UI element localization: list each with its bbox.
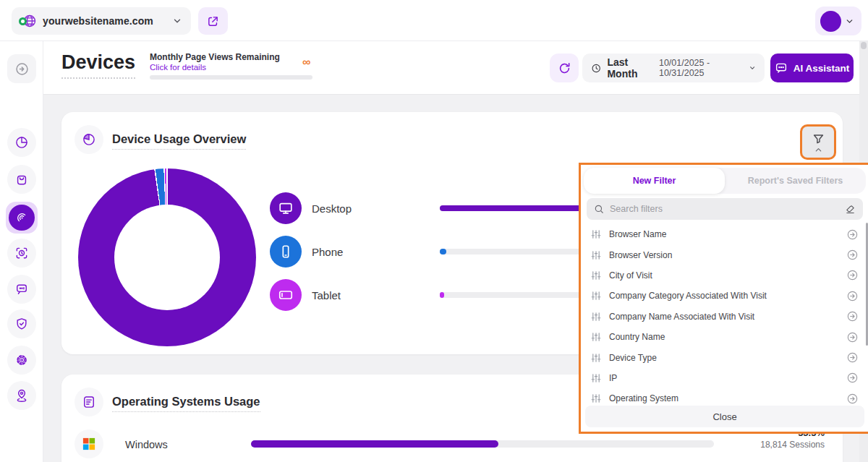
sidebar-collapse-button[interactable] — [7, 54, 36, 83]
date-range-picker[interactable]: Last Month 10/01/2025 - 10/31/2025 — [582, 54, 765, 82]
device-donut-chart[interactable] — [78, 168, 256, 346]
gear-icon — [14, 353, 29, 367]
refresh-icon — [558, 61, 571, 75]
legend-item-phone: Phone — [270, 236, 343, 268]
arrow-right-circle-icon[interactable] — [846, 372, 859, 384]
filter-panel: New Filter Report's Saved Filters Browse… — [579, 163, 868, 434]
ai-chat-icon — [775, 61, 788, 74]
refresh-button[interactable] — [550, 54, 579, 82]
open-website-button[interactable] — [198, 7, 228, 35]
arrow-right-circle-icon[interactable] — [846, 310, 859, 322]
windows-logo-icon — [82, 437, 95, 450]
sidebar-item-location[interactable] — [7, 381, 36, 410]
sliders-icon — [591, 332, 601, 342]
phone-icon — [270, 236, 302, 268]
chevron-up-icon — [814, 147, 822, 153]
arrow-right-circle-icon[interactable] — [846, 228, 859, 241]
search-input[interactable] — [610, 204, 839, 214]
filter-list-item[interactable]: Browser Name — [582, 224, 867, 244]
filter-list-item[interactable]: Company Name Associated With Visit — [582, 307, 867, 327]
quota-label: Monthly Page Views Remaining — [150, 52, 280, 62]
topbar: yourwebsitename.com — [0, 0, 868, 41]
sliders-icon — [591, 229, 601, 239]
card-icon-circle — [75, 388, 103, 416]
sliders-icon — [591, 393, 601, 403]
tab-saved-filters[interactable]: Report's Saved Filters — [725, 168, 866, 194]
card-title: Device Usage Overview — [112, 132, 246, 150]
filter-label: IP — [609, 373, 838, 383]
sidebar-item-settings[interactable] — [7, 346, 36, 375]
legend-label: Desktop — [312, 202, 352, 215]
quota-progress-bar — [150, 75, 312, 80]
card-title: Operating Systems Usage — [112, 395, 260, 412]
period-label: Last Month — [607, 56, 652, 80]
arrow-right-circle-icon[interactable] — [846, 290, 859, 302]
card-icon-circle — [75, 125, 103, 154]
filter-list-item[interactable]: City of Visit — [582, 265, 867, 286]
sliders-icon — [591, 353, 601, 363]
sidebar-item-ecommerce[interactable] — [7, 165, 36, 194]
filter-tabbar: New Filter Report's Saved Filters — [584, 168, 866, 194]
arrow-right-circle-icon[interactable] — [846, 393, 859, 405]
globe-icon — [20, 14, 36, 28]
quota-details-link[interactable]: Click for details — [150, 63, 206, 72]
tab-new-filter[interactable]: New Filter — [584, 168, 725, 194]
pie-chart-icon — [14, 135, 29, 150]
desktop-icon — [270, 192, 302, 224]
avatar — [820, 11, 841, 32]
filter-list-item[interactable]: Company Category Associated With Visit — [582, 286, 867, 306]
chevron-down-icon — [749, 64, 756, 72]
sliders-icon — [591, 373, 601, 383]
page-header: Devices Monthly Page Views Remaining Cli… — [43, 41, 859, 95]
filter-label: Device Type — [609, 353, 838, 363]
filter-list-item[interactable]: Browser Version — [582, 244, 867, 265]
filter-label: Country Name — [609, 332, 838, 342]
filter-list: Browser Name Browser Version City of Vis… — [582, 224, 867, 409]
account-menu[interactable] — [815, 7, 861, 35]
chat-bubble-icon — [14, 282, 29, 296]
arrow-right-circle-icon[interactable] — [846, 331, 859, 343]
clock-icon — [591, 62, 601, 74]
website-selector[interactable]: yourwebsitename.com — [12, 7, 191, 35]
sidebar-item-feedback[interactable] — [7, 275, 36, 304]
tablet-usage-fill — [440, 292, 444, 298]
status-dot-icon — [19, 17, 27, 25]
eraser-icon[interactable] — [845, 204, 856, 215]
filter-list-item[interactable]: Device Type — [582, 347, 867, 367]
arrow-right-circle-icon[interactable] — [846, 269, 859, 281]
sidebar-item-session-replay[interactable] — [7, 239, 36, 268]
legend-label: Phone — [312, 246, 343, 258]
document-list-icon — [82, 395, 96, 409]
sidebar-item-analytics-active[interactable] — [6, 202, 38, 234]
filter-list-item[interactable]: Country Name — [582, 327, 867, 347]
chevron-down-icon — [845, 17, 854, 26]
ai-assistant-button[interactable]: AI Assistant — [770, 54, 854, 82]
arrow-right-circle-icon[interactable] — [846, 351, 859, 364]
ai-assistant-label: AI Assistant — [793, 63, 850, 74]
filter-close-button[interactable]: Close — [585, 406, 864, 427]
website-name: yourwebsitename.com — [43, 15, 166, 27]
radar-icon — [9, 205, 35, 231]
external-link-icon — [207, 15, 219, 27]
filter-search — [587, 198, 863, 220]
donut-chart-icon — [82, 132, 96, 147]
filter-toggle-button[interactable] — [800, 124, 836, 160]
legend-item-tablet: Tablet — [270, 279, 341, 311]
panel-toggle-icon — [14, 61, 30, 77]
windows-logo-circle — [75, 429, 103, 458]
page-scrollbar-thumb[interactable] — [861, 42, 867, 49]
sidebar-item-security[interactable] — [7, 309, 36, 338]
filter-label: Browser Version — [609, 250, 838, 260]
filter-label: Operating System — [609, 393, 838, 403]
sliders-icon — [591, 250, 601, 260]
os-usage-fill — [251, 440, 498, 448]
search-icon — [594, 204, 604, 214]
period-range: 10/01/2025 - 10/31/2025 — [659, 58, 743, 78]
phone-usage-fill — [440, 249, 446, 254]
os-usage-bar — [251, 440, 714, 448]
sidebar-item-dashboard[interactable] — [7, 128, 36, 157]
sliders-icon — [591, 291, 601, 301]
os-sessions: 18,814 Sessions — [723, 440, 825, 450]
filter-list-item[interactable]: IP — [582, 368, 867, 388]
arrow-right-circle-icon[interactable] — [846, 249, 859, 261]
